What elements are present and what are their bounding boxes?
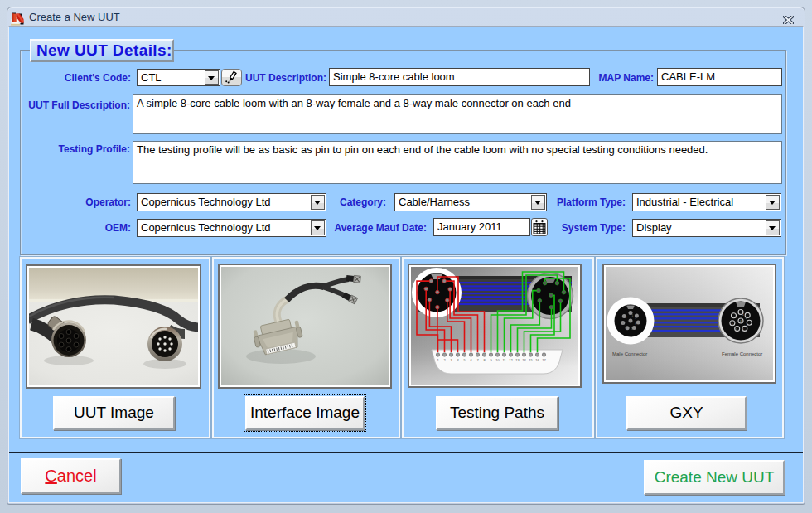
- svg-text:2: 2: [746, 317, 747, 320]
- svg-text:5: 5: [631, 327, 633, 331]
- svg-text:4: 4: [626, 327, 627, 331]
- svg-text:1: 1: [632, 314, 634, 317]
- svg-text:7: 7: [736, 316, 737, 319]
- svg-text:17: 17: [542, 358, 546, 362]
- svg-text:7: 7: [635, 317, 636, 320]
- svg-text:6: 6: [636, 322, 637, 326]
- svg-text:13: 13: [515, 358, 520, 362]
- svg-text:15: 15: [529, 358, 533, 362]
- svg-text:3: 3: [622, 322, 624, 326]
- svg-text:Female Connector: Female Connector: [722, 351, 762, 356]
- svg-text:Male Connector: Male Connector: [612, 351, 647, 356]
- svg-text:16: 16: [535, 358, 539, 362]
- svg-text:10: 10: [495, 358, 500, 362]
- svg-text:14: 14: [522, 358, 526, 362]
- svg-text:12: 12: [509, 358, 513, 362]
- svg-text:1: 1: [742, 313, 744, 317]
- svg-text:3: 3: [747, 323, 748, 327]
- svg-text:6: 6: [732, 323, 733, 327]
- svg-text:2: 2: [626, 316, 627, 319]
- svg-text:8: 8: [740, 320, 742, 323]
- svg-text:8: 8: [630, 320, 631, 323]
- svg-text:4: 4: [742, 328, 744, 332]
- svg-text:5: 5: [736, 328, 737, 332]
